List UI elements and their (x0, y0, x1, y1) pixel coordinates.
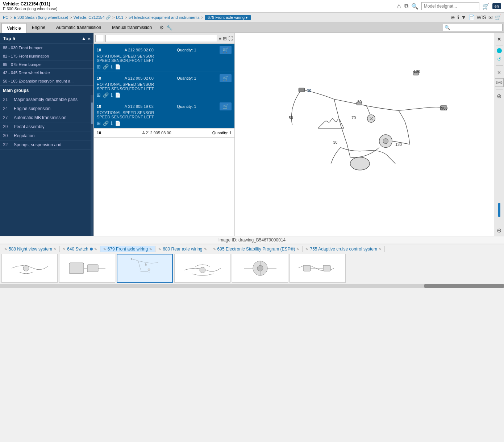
breadcrumb-model[interactable]: E 300 Sedan (long wheelbase) (14, 15, 68, 20)
top5-item-0[interactable]: 88 - 030 Front bumper (0, 44, 93, 52)
group-24[interactable]: 24Engine suspension (0, 104, 91, 113)
thumb-tab-5[interactable]: ✎ 755 Adaptive cruise control system ✎ (303, 246, 384, 252)
thumb-tab-2[interactable]: ✎ 679 Front axle wiring ✎ (100, 246, 155, 252)
tabs-bar: Vehicle Engine Automatic transmission Ma… (0, 22, 504, 33)
copy-button[interactable]: ⧉ (404, 3, 408, 9)
filter-btn[interactable]: ▼ (461, 14, 466, 20)
table-icon-0[interactable]: ⊞ (97, 64, 101, 70)
info-icon-1[interactable]: ℹ (111, 92, 113, 98)
checkbox-all[interactable] (95, 35, 104, 42)
info-icon-2[interactable]: ℹ (111, 121, 113, 126)
tab-search-input[interactable] (450, 25, 501, 30)
wis-btn[interactable]: WIS (477, 14, 486, 20)
top5-item-2[interactable]: 88 - 075 Rear bumper (0, 60, 93, 69)
thumb-tab-0[interactable]: ✎ 588 Night view system ✎ (1, 246, 60, 252)
thumb-item-1[interactable] (59, 254, 115, 283)
thumb-edit-icon-3b[interactable]: ✎ (204, 247, 207, 251)
part-item-2[interactable]: 10 A 212 905 19 02 Quantity: 1 🛒 ROTATIO… (94, 100, 234, 129)
group-30[interactable]: 30Regulation (0, 131, 91, 140)
h-scroll-thumb[interactable] (424, 284, 504, 288)
tab-engine[interactable]: Engine (26, 22, 51, 33)
zoom-in-btn[interactable]: ⊕ (451, 14, 455, 20)
thumb-edit-icon-0[interactable]: ✎ (4, 247, 7, 251)
rotate-btn[interactable]: ↺ (495, 55, 504, 63)
table-icon-1[interactable]: ⊞ (97, 92, 101, 98)
model-search-input[interactable] (421, 2, 479, 10)
thumb-edit-icon-1b[interactable]: ✎ (94, 247, 97, 251)
grid-view-btn[interactable]: ⊞ (223, 36, 227, 41)
thumb-item-3[interactable] (174, 254, 230, 283)
thumb-edit-icon-1[interactable]: ✎ (63, 247, 66, 251)
thumb-tab-1[interactable]: ✎ 640 Switch ✎ (60, 246, 100, 252)
thumb-svg-4 (235, 256, 286, 281)
top5-item-4[interactable]: 50 - 165 Expansion reservoir, mount a... (0, 77, 93, 85)
breadcrumb-current[interactable]: 679 Front axle wiring ▾ (205, 15, 251, 20)
breadcrumb-electrical[interactable]: 54 Electrical equipment and instruments (129, 15, 200, 20)
svg-btn[interactable]: SVG (495, 78, 504, 87)
list-view-btn[interactable]: ≡ (218, 36, 221, 41)
zoom-in-diagram-btn[interactable]: ⊕ (495, 92, 504, 100)
settings-icon[interactable]: ⚙ (159, 25, 164, 30)
doc-btn[interactable]: 📄 (468, 14, 475, 20)
info-icon-0[interactable]: ℹ (111, 64, 113, 70)
thumb-tab-3[interactable]: ✎ 680 Rear axle wiring ✎ (155, 246, 210, 252)
warning-button[interactable]: ⚠ (396, 3, 401, 10)
thumb-item-2[interactable] (117, 254, 173, 283)
top5-collapse-btn[interactable]: ▲ (81, 35, 86, 41)
thumb-edit-icon-2b[interactable]: ✎ (149, 247, 152, 251)
cart-btn-0[interactable]: 🛒 (220, 46, 232, 54)
thumb-item-5[interactable] (290, 254, 346, 283)
cart-btn-2[interactable]: 🛒 (220, 102, 232, 110)
cart-btn-1[interactable]: 🛒 (220, 74, 232, 82)
doc-icon-0[interactable]: 📄 (115, 64, 121, 70)
zoom-out-diagram-btn[interactable]: ⊖ (495, 226, 504, 235)
horizontal-scrollbar[interactable] (0, 284, 504, 288)
parts-filter-input[interactable] (105, 35, 217, 42)
expand-btn[interactable]: ⛶ (228, 36, 233, 41)
doc-icon-1[interactable]: 📄 (115, 92, 121, 98)
breadcrumb-d11[interactable]: D11 (116, 15, 123, 20)
group-32[interactable]: 32Springs, suspension and (0, 140, 91, 150)
tab-vehicle[interactable]: Vehicle (1, 23, 26, 33)
doc-icon-2[interactable]: 📄 (115, 121, 121, 126)
table-icon-2[interactable]: ⊞ (97, 121, 101, 126)
thumb-edit-icon-4b[interactable]: ✎ (296, 247, 299, 251)
cart-button[interactable]: 🛒 (482, 3, 490, 10)
breadcrumb-vehicle[interactable]: Vehicle: C212154 🔗 (74, 15, 111, 20)
thumbnails-bar: ✎ 588 Night view system ✎ ✎ 640 Switch ✎… (0, 244, 504, 291)
close-x-btn[interactable]: ✕ (495, 68, 504, 77)
link-icon-2[interactable]: 🔗 (103, 121, 109, 126)
thumb-tab-4[interactable]: ✎ 695 Electronic Stability Program (ESP®… (210, 246, 303, 252)
mail-btn[interactable]: ✉ (488, 14, 493, 20)
thumb-edit-icon-2[interactable]: ✎ (103, 247, 106, 251)
link-icon-0[interactable]: 🔗 (103, 64, 109, 70)
link-icon-1[interactable]: 🔗 (103, 92, 109, 98)
group-27[interactable]: 27Automatic MB transmission (0, 113, 91, 122)
left-scrollbar[interactable] (91, 95, 93, 236)
part-item-0[interactable]: 10 A 212 905 02 00 Quantity: 1 🛒 ROTATIO… (94, 44, 234, 72)
top5-item-3[interactable]: 42 - 045 Rear wheel brake (0, 69, 93, 77)
group-21[interactable]: 21Major assembly detachable parts (0, 95, 91, 104)
thumb-edit-icon-0b[interactable]: ✎ (54, 247, 57, 251)
tab-manual[interactable]: Manual transmission (107, 22, 157, 33)
group-29[interactable]: 29Pedal assembly (0, 122, 91, 131)
top5-close-btn[interactable]: « (88, 35, 91, 41)
close-diagram-btn[interactable]: ✕ (495, 35, 504, 43)
top5-item-1[interactable]: 82 - 175 Front illumination (0, 52, 93, 60)
thumb-item-0[interactable] (1, 254, 58, 283)
info-btn[interactable]: ℹ (457, 14, 459, 20)
thumb-edit-icon-4[interactable]: ✎ (213, 247, 216, 251)
tab-search-box[interactable]: 🔍 (443, 24, 503, 31)
cart-btn-bc[interactable]: 🛒 (495, 14, 501, 20)
thumb-edit-icon-3[interactable]: ✎ (158, 247, 161, 251)
wheel-icon[interactable]: 🔧 (166, 25, 172, 30)
thumb-item-4[interactable] (232, 254, 288, 283)
thumb-edit-icon-5b[interactable]: ✎ (379, 247, 382, 251)
part-item-1[interactable]: 10 A 212 905 02 00 Quantity: 1 🛒 ROTATIO… (94, 72, 234, 100)
part-item-3[interactable]: 10 A 212 905 03 00 Quantity: 1 (94, 129, 234, 138)
thumb-edit-icon-5[interactable]: ✎ (305, 247, 308, 251)
blue-dot-1 (90, 248, 93, 251)
tab-automatic[interactable]: Automatic transmission (51, 22, 107, 33)
search-button[interactable]: 🔍 (411, 3, 418, 10)
breadcrumb-pc[interactable]: PC (3, 15, 8, 20)
